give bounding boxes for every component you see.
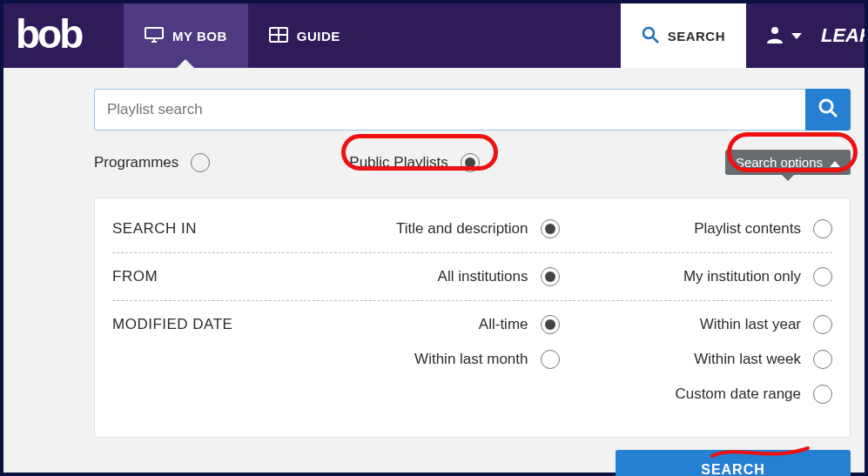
radio-icon <box>541 350 560 369</box>
opt-playlist-contents[interactable]: Playlist contents <box>694 219 832 238</box>
nav-mybob[interactable]: MY BOB <box>124 3 248 68</box>
nav-search[interactable]: SEARCH <box>621 3 746 68</box>
opt-label: Within last week <box>694 351 801 368</box>
nav-guide[interactable]: GUIDE <box>248 3 361 68</box>
opt-custom-range[interactable]: Custom date range <box>675 385 832 404</box>
radio-icon <box>813 219 832 238</box>
opt-all-institutions[interactable]: All institutions <box>438 267 560 286</box>
type-programmes-label: Programmes <box>94 154 178 171</box>
opt-label: All-time <box>479 316 528 333</box>
opt-label: My institution only <box>683 268 801 285</box>
opt-title-description[interactable]: Title and description <box>396 219 560 238</box>
search-button[interactable]: SEARCH <box>616 450 851 476</box>
opt-label: All institutions <box>438 268 528 285</box>
guide-icon <box>269 27 288 45</box>
nav-mybob-label: MY BOB <box>172 29 227 44</box>
search-go-button[interactable] <box>805 89 851 131</box>
search-options-panel: SEARCH IN Title and description Playlist… <box>94 198 851 438</box>
search-options-label: Search options <box>736 155 823 170</box>
learning-on-screen-logo: LEARNING ON SCREEN <box>821 3 865 68</box>
row-modified-date: MODIFIED DATE All-time Within last year <box>112 301 832 418</box>
user-icon <box>765 24 784 47</box>
svg-point-9 <box>771 27 778 34</box>
row-label: SEARCH IN <box>112 220 286 238</box>
header-bar: bob MY BOB GUIDE <box>3 3 865 68</box>
opt-within-year[interactable]: Within last year <box>700 315 832 334</box>
search-row <box>94 89 851 131</box>
opt-label: Custom date range <box>675 385 801 403</box>
opt-label: Playlist contents <box>694 220 801 238</box>
type-programmes[interactable]: Programmes <box>94 153 210 172</box>
svg-point-7 <box>643 28 654 38</box>
opt-all-time[interactable]: All-time <box>479 315 560 334</box>
opt-label: Within last month <box>414 351 528 368</box>
row-search-in: SEARCH IN Title and description Playlist… <box>112 205 832 253</box>
radio-icon <box>813 315 832 334</box>
chevron-down-icon <box>791 28 802 44</box>
monitor-icon <box>145 27 164 45</box>
main-area: Programmes Public Playlists Search optio… <box>3 68 865 476</box>
radio-icon <box>813 385 832 404</box>
svg-rect-1 <box>145 28 163 38</box>
user-menu[interactable] <box>746 3 821 68</box>
opt-within-month[interactable]: Within last month <box>414 350 559 369</box>
nav-guide-label: GUIDE <box>297 29 340 44</box>
nav-search-label: SEARCH <box>668 29 725 44</box>
radio-icon <box>813 350 832 369</box>
radio-icon <box>541 219 560 238</box>
search-icon <box>818 97 838 122</box>
chevron-up-icon <box>830 155 840 170</box>
opt-my-institution[interactable]: My institution only <box>683 267 832 286</box>
radio-icon <box>813 267 832 286</box>
type-public-playlists[interactable]: Public Playlists <box>349 153 479 172</box>
svg-point-10 <box>820 100 832 112</box>
search-icon <box>642 26 659 46</box>
search-input[interactable] <box>94 89 805 131</box>
radio-icon <box>191 153 210 172</box>
radio-icon <box>461 153 480 172</box>
row-label: FROM <box>112 268 286 285</box>
row-from: FROM All institutions My institution onl… <box>112 253 832 301</box>
radio-icon <box>541 315 560 334</box>
svg-text:bob: bob <box>16 17 83 55</box>
search-options-toggle[interactable]: Search options <box>725 150 851 175</box>
search-type-row: Programmes Public Playlists Search optio… <box>94 150 851 175</box>
radio-icon <box>541 267 560 286</box>
row-label: MODIFIED DATE <box>112 316 286 333</box>
opt-within-week[interactable]: Within last week <box>694 350 832 369</box>
svg-line-8 <box>653 37 658 43</box>
opt-label: Title and description <box>396 220 528 238</box>
type-public-playlists-label: Public Playlists <box>349 154 447 171</box>
opt-label: Within last year <box>700 316 801 333</box>
logo[interactable]: bob <box>3 3 124 68</box>
svg-line-11 <box>831 111 837 117</box>
